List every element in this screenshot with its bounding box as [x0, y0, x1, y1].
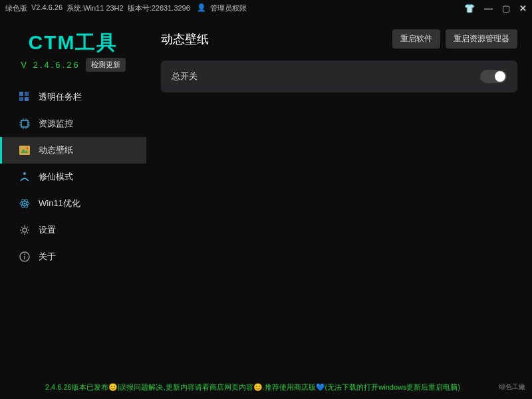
- admin-label: 管理员权限: [210, 3, 247, 13]
- restart-software-button[interactable]: 重启软件: [392, 29, 440, 49]
- nav-label: 动态壁纸: [39, 144, 73, 156]
- app-version: V 2.4.6.26: [21, 60, 80, 70]
- admin-icon: 👤: [197, 3, 206, 13]
- titlebar-info: 绿色版 V2.4.6.26 系统:Win11 23H2 版本号:22631.32…: [5, 3, 464, 13]
- close-button[interactable]: ✕: [519, 3, 527, 13]
- nav-label: 修仙模式: [39, 171, 73, 183]
- app-logo: CTM工具: [0, 25, 146, 58]
- nav-label: 资源监控: [39, 118, 73, 130]
- master-switch-label: 总开关: [172, 70, 198, 82]
- edition-label: 绿色版: [5, 3, 27, 13]
- footer-message: 2.4.6.26版本已发布😊|误报问题解决,更新内容请看商店网页内容😊.推荐使用…: [7, 382, 499, 392]
- header-buttons: 重启软件 重启资源管理器: [392, 29, 517, 49]
- minimize-button[interactable]: —: [484, 3, 493, 13]
- svg-rect-4: [21, 120, 28, 127]
- nav-item-cultivation[interactable]: 修仙模式: [0, 164, 146, 190]
- image-icon: [19, 144, 31, 156]
- titlebar: 绿色版 V2.4.6.26 系统:Win11 23H2 版本号:22631.32…: [0, 0, 532, 16]
- svg-point-20: [24, 203, 26, 205]
- grid-icon: [19, 91, 31, 103]
- svg-point-15: [27, 148, 29, 150]
- nav-item-wallpaper[interactable]: 动态壁纸: [0, 137, 146, 164]
- nav-item-monitor[interactable]: 资源监控: [0, 110, 146, 137]
- system-label: 系统:Win11 23H2: [66, 3, 124, 13]
- svg-point-23: [24, 254, 25, 255]
- main-panel: 动态壁纸 重启软件 重启资源管理器 总开关: [146, 16, 532, 375]
- nav-item-about[interactable]: 关于: [0, 243, 146, 270]
- info-icon: [19, 251, 31, 263]
- svg-rect-13: [19, 146, 30, 155]
- master-switch-row: 总开关: [161, 61, 517, 92]
- nav-item-taskbar[interactable]: 透明任务栏: [0, 84, 146, 110]
- chip-icon: [19, 118, 31, 130]
- footer-brand: 绿色工廠: [499, 382, 525, 392]
- svg-point-16: [23, 172, 26, 175]
- gear-icon: [19, 224, 31, 236]
- svg-rect-2: [19, 97, 23, 101]
- version-row: V 2.4.6.26 检测更新: [0, 58, 146, 72]
- nav-item-settings[interactable]: 设置: [0, 217, 146, 243]
- page-title: 动态壁纸: [161, 31, 209, 47]
- master-switch-toggle[interactable]: [480, 70, 507, 83]
- nav-item-win11opt[interactable]: Win11优化: [0, 190, 146, 217]
- shirt-icon[interactable]: 👕: [464, 3, 475, 13]
- nav-label: Win11优化: [39, 198, 80, 209]
- restart-explorer-button[interactable]: 重启资源管理器: [446, 29, 517, 49]
- meditation-icon: [19, 171, 31, 183]
- nav-label: 设置: [39, 224, 56, 236]
- check-update-button[interactable]: 检测更新: [86, 58, 126, 72]
- svg-point-21: [23, 228, 27, 232]
- maximize-button[interactable]: ▢: [502, 3, 510, 13]
- svg-rect-1: [25, 92, 29, 96]
- nav-label: 关于: [39, 251, 56, 263]
- atom-icon: [19, 198, 31, 209]
- version-label: V2.4.6.26: [31, 3, 63, 13]
- content: CTM工具 V 2.4.6.26 检测更新 透明任务栏 资源监控 动态壁纸 修仙…: [0, 16, 532, 375]
- footer: 2.4.6.26版本已发布😊|误报问题解决,更新内容请看商店网页内容😊.推荐使用…: [0, 375, 532, 399]
- nav-label: 透明任务栏: [39, 91, 82, 103]
- toggle-knob: [495, 71, 505, 82]
- svg-rect-0: [19, 92, 23, 96]
- svg-rect-3: [25, 97, 29, 101]
- main-header: 动态壁纸 重启软件 重启资源管理器: [161, 29, 517, 49]
- build-label: 版本号:22631.3296: [128, 3, 190, 13]
- sidebar: CTM工具 V 2.4.6.26 检测更新 透明任务栏 资源监控 动态壁纸 修仙…: [0, 16, 146, 375]
- window-controls: 👕 — ▢ ✕: [464, 3, 527, 13]
